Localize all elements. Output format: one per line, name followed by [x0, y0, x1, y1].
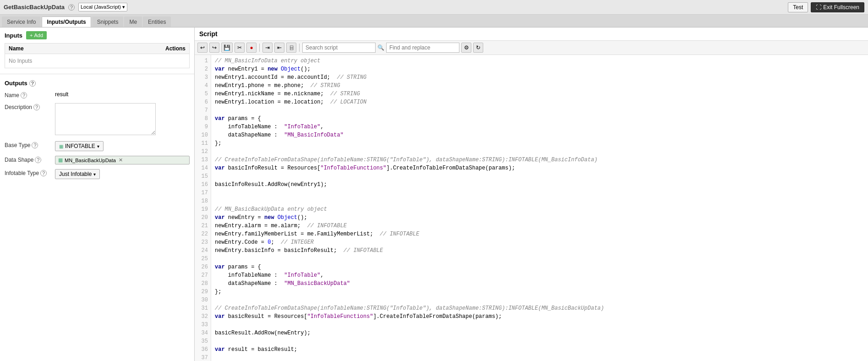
language-selector[interactable]: Local (JavaScript) ▾: [78, 3, 127, 11]
cut-button[interactable]: ✂: [235, 43, 245, 53]
infotable-icon: ▦: [59, 144, 63, 149]
save-button[interactable]: 💾: [221, 43, 233, 53]
toolbar-separator-2: [299, 44, 300, 52]
replace-go-button[interactable]: ↻: [473, 43, 483, 53]
name-value: result: [55, 91, 190, 98]
infotable-dropdown-arrow-icon: ▾: [93, 172, 96, 177]
tab-me[interactable]: Me: [124, 16, 142, 27]
base-type-help-icon[interactable]: ?: [32, 142, 38, 148]
description-field-row: Description ?: [5, 103, 190, 137]
tab-entities[interactable]: Entities: [143, 16, 171, 27]
name-column-header: Name: [9, 45, 165, 52]
description-textarea[interactable]: [55, 103, 156, 135]
toolbar-separator-1: [259, 44, 260, 52]
description-value: [55, 103, 190, 137]
service-title: GetBasicBackUpData: [4, 4, 65, 11]
data-shape-help-icon[interactable]: ?: [35, 157, 41, 163]
line-numbers: 1234567891011121314151617181920212223242…: [195, 55, 211, 361]
description-help-icon[interactable]: ?: [33, 104, 40, 110]
inputs-table-header: Name Actions: [5, 43, 190, 54]
base-type-dropdown[interactable]: ▦ INFOTABLE ▾: [55, 141, 104, 151]
find-replace-input[interactable]: [386, 43, 459, 53]
base-type-value: ▦ INFOTABLE ▾: [55, 141, 190, 151]
left-panel: Inputs + Add Name Actions No Inputs Outp…: [0, 27, 195, 361]
infotable-type-help-icon[interactable]: ?: [40, 170, 47, 176]
name-field-row: Name ? result: [5, 91, 190, 98]
nav-tabs: Service Info Inputs/Outputs Snippets Me …: [0, 15, 868, 27]
undo-button[interactable]: ↩: [197, 43, 207, 53]
dropdown-arrow-icon: ▾: [97, 144, 99, 149]
outputs-help-icon[interactable]: ?: [29, 80, 36, 87]
outputs-section: Outputs ? Name ? result Description ?: [0, 76, 194, 187]
fullscreen-icon: ⛶: [816, 4, 821, 11]
name-label: Name ?: [5, 91, 55, 98]
redo-button[interactable]: ↪: [209, 43, 219, 53]
test-button[interactable]: Test: [788, 2, 808, 12]
search-script-input[interactable]: [302, 43, 376, 53]
top-bar-right: Test ⛶ Exit Fullscreen: [788, 2, 864, 12]
add-input-button[interactable]: + Add: [26, 31, 47, 39]
infotable-type-label: Infotable Type ?: [5, 169, 55, 176]
inputs-section: Inputs + Add Name Actions No Inputs: [0, 27, 194, 72]
data-shape-label: Data Shape ?: [5, 156, 55, 163]
remove-data-shape-button[interactable]: ✕: [119, 157, 123, 163]
tab-service-info[interactable]: Service Info: [2, 16, 41, 27]
fullscreen-button[interactable]: ⛶ Exit Fullscreen: [811, 2, 864, 12]
inputs-title: Inputs: [5, 32, 22, 39]
data-shape-icon: ▦: [58, 157, 63, 163]
description-label: Description ?: [5, 103, 55, 110]
outdent-button[interactable]: ⇤: [274, 43, 284, 53]
plus-icon: +: [30, 33, 33, 38]
data-shape-field-row: Data Shape ? ▦ MN_BasicBackUpData ✕: [5, 156, 190, 164]
base-type-field-row: Base Type ? ▦ INFOTABLE ▾: [5, 141, 190, 151]
add-label: Add: [34, 33, 43, 38]
top-bar-left: GetBasicBackUpData ? Local (JavaScript) …: [4, 3, 127, 11]
copy-button[interactable]: ●: [246, 43, 257, 53]
format-button[interactable]: ⌸: [286, 43, 296, 53]
code-editor[interactable]: 1234567891011121314151617181920212223242…: [195, 55, 868, 361]
right-panel: Script ↩ ↪ 💾 ✂ ● ⇥ ⇤ ⌸ 🔍 ⚙ ↻ 12345678910…: [195, 27, 868, 361]
tab-snippets[interactable]: Snippets: [92, 16, 124, 27]
inputs-table-body: No Inputs: [5, 54, 190, 68]
script-header: Script: [195, 27, 868, 41]
top-bar: GetBasicBackUpData ? Local (JavaScript) …: [0, 0, 868, 15]
indent-button[interactable]: ⇥: [262, 43, 273, 53]
base-type-label: Base Type ?: [5, 141, 55, 148]
actions-column-header: Actions: [165, 45, 186, 52]
code-content[interactable]: // MN_BasicInfoData entry object var new…: [211, 55, 868, 361]
tab-inputs-outputs[interactable]: Inputs/Outputs: [42, 16, 91, 27]
name-help-icon[interactable]: ?: [21, 92, 27, 98]
outputs-title: Outputs ?: [5, 80, 190, 87]
infotable-type-field-row: Infotable Type ? Just Infotable ▾: [5, 169, 190, 179]
section-divider: [0, 74, 194, 74]
help-icon[interactable]: ?: [68, 4, 75, 11]
search-icon: 🔍: [377, 44, 384, 51]
infotable-type-value: Just Infotable ▾: [55, 169, 190, 179]
script-toolbar: ↩ ↪ 💾 ✂ ● ⇥ ⇤ ⌸ 🔍 ⚙ ↻: [195, 41, 868, 55]
inputs-header: Inputs + Add: [5, 31, 190, 39]
data-shape-badge: ▦ MN_BasicBackUpData ✕: [55, 156, 190, 164]
infotable-type-dropdown[interactable]: Just Infotable ▾: [55, 169, 100, 179]
replace-options-button[interactable]: ⚙: [461, 43, 471, 53]
no-inputs-label: No Inputs: [9, 58, 32, 64]
data-shape-value: ▦ MN_BasicBackUpData ✕: [55, 156, 190, 164]
main-layout: Inputs + Add Name Actions No Inputs Outp…: [0, 27, 868, 361]
